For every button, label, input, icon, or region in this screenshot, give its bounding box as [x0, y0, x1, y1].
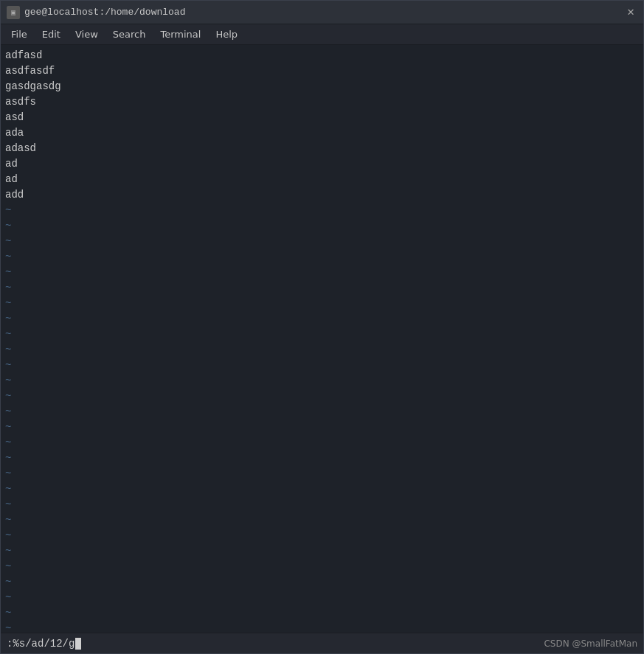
tilde-line: ~	[5, 574, 639, 590]
tilde-line: ~	[5, 435, 639, 451]
tilde-line: ~	[5, 296, 639, 311]
menu-item-search[interactable]: Search	[105, 26, 153, 43]
menu-item-view[interactable]: View	[68, 26, 105, 43]
terminal-icon: ▣	[7, 6, 20, 19]
tilde-line: ~	[5, 543, 639, 559]
command-text: :%s/ad/12/g	[7, 638, 75, 650]
tilde-line: ~	[5, 621, 639, 633]
tilde-line: ~	[5, 389, 639, 404]
menu-item-help[interactable]: Help	[208, 26, 245, 43]
tilde-line: ~	[5, 528, 639, 543]
tilde-line: ~	[5, 451, 639, 466]
tilde-line: ~	[5, 280, 639, 296]
title-bar: ▣ gee@localhost:/home/download ✕	[1, 1, 643, 24]
tilde-line: ~	[5, 265, 639, 280]
tilde-line: ~	[5, 404, 639, 420]
editor-line: asd	[5, 110, 639, 125]
editor-line: ad	[5, 156, 639, 172]
status-bar: :%s/ad/12/g CSDN @SmallFatMan	[1, 633, 643, 653]
tilde-line: ~	[5, 249, 639, 265]
editor-line: asdfs	[5, 94, 639, 110]
tilde-line: ~	[5, 420, 639, 435]
menu-item-terminal[interactable]: Terminal	[153, 26, 208, 43]
menu-item-edit[interactable]: Edit	[35, 26, 68, 43]
tilde-line: ~	[5, 218, 639, 234]
menu-bar: FileEditViewSearchTerminalHelp	[1, 24, 643, 45]
tilde-line: ~	[5, 559, 639, 574]
tilde-line: ~	[5, 512, 639, 528]
editor-line: adasd	[5, 141, 639, 156]
tilde-line: ~	[5, 311, 639, 327]
status-right-text: CSDN @SmallFatMan	[544, 639, 637, 649]
tilde-line: ~	[5, 203, 639, 218]
tilde-line: ~	[5, 234, 639, 249]
editor-area[interactable]: adfasdasdfasdfgasdgasdgasdfsasdadaadasda…	[1, 45, 643, 633]
editor-line: adfasd	[5, 48, 639, 63]
editor-line: gasdgasdg	[5, 79, 639, 94]
tilde-line: ~	[5, 373, 639, 389]
editor-line: ada	[5, 125, 639, 141]
cursor	[75, 638, 81, 650]
tilde-line: ~	[5, 497, 639, 512]
tilde-line: ~	[5, 327, 639, 342]
terminal-window: ▣ gee@localhost:/home/download ✕ FileEdi…	[0, 0, 644, 654]
close-button[interactable]: ✕	[624, 6, 637, 19]
tilde-line: ~	[5, 605, 639, 621]
tilde-line: ~	[5, 358, 639, 373]
title-bar-left: ▣ gee@localhost:/home/download	[7, 6, 185, 19]
editor-line: add	[5, 187, 639, 203]
tilde-line: ~	[5, 342, 639, 358]
editor-line: ad	[5, 172, 639, 187]
tilde-line: ~	[5, 481, 639, 497]
menu-item-file[interactable]: File	[4, 26, 35, 43]
tilde-line: ~	[5, 590, 639, 605]
window-title: gee@localhost:/home/download	[24, 7, 185, 18]
editor-line: asdfasdf	[5, 63, 639, 79]
command-input[interactable]: :%s/ad/12/g	[7, 638, 81, 650]
tilde-line: ~	[5, 466, 639, 481]
